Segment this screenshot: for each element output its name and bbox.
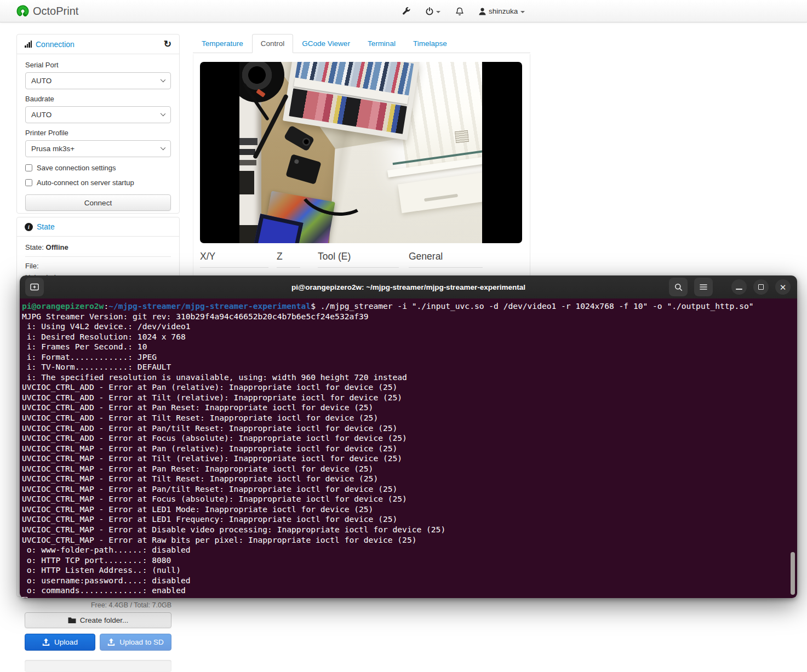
baudrate-label: Baudrate: [25, 95, 171, 103]
tab-timelapse[interactable]: Timelapse: [404, 34, 456, 53]
webcam-vent: [455, 130, 469, 143]
control-section-tool: Tool (E): [318, 251, 399, 268]
minimize-icon: [736, 289, 742, 290]
state-panel-title: State: [37, 222, 55, 231]
upload-to-sd-button[interactable]: Upload to SD: [100, 634, 171, 651]
tab-control[interactable]: Control: [252, 34, 294, 53]
control-section-general: General: [409, 251, 483, 268]
connection-panel-title: Connection: [36, 40, 75, 49]
upload-icon: [107, 638, 115, 646]
minimize-button[interactable]: [731, 279, 747, 295]
refresh-icon[interactable]: ↻: [164, 39, 171, 49]
navbar: OctoPrint: [0, 0, 807, 22]
terminal-titlebar[interactable]: pi@orangepizero2w: ~/mjpg-streamer/mjpg-…: [20, 275, 797, 298]
navbar-actions: shinzuka: [394, 0, 533, 22]
tab-terminal[interactable]: Terminal: [359, 34, 404, 53]
terminal-titlebar-controls: ✕: [669, 278, 791, 296]
printer-profile-label: Printer Profile: [25, 129, 171, 137]
state-label: State:: [25, 243, 44, 251]
terminal-body: pi@orangepizero2w:~/mjpg-streamer/mjpg-s…: [20, 298, 797, 598]
serial-port-label: Serial Port: [25, 61, 171, 69]
user-menu-button[interactable]: shinzuka: [471, 7, 533, 15]
save-settings-label: Save connection settings: [37, 164, 116, 172]
user-name: shinzuka: [489, 7, 518, 15]
terminal-window: pi@orangepizero2w: ~/mjpg-streamer/mjpg-…: [20, 275, 797, 598]
storage-free-total: Free: 4.4GB / Total: 7.0GB: [25, 601, 171, 609]
tab-content-border-right: [530, 54, 530, 277]
folder-icon: [68, 617, 76, 624]
octoprint-logo-icon: [16, 5, 29, 18]
control-section-z: Z: [277, 251, 300, 268]
printer-profile-value: Prusa mk3s+: [31, 145, 75, 153]
chevron-down-icon: [161, 77, 165, 82]
maximize-icon: [758, 284, 764, 290]
autoconnect-checkbox[interactable]: [25, 179, 32, 186]
connection-panel-header[interactable]: Connection ↻: [17, 35, 179, 54]
info-icon: i: [25, 223, 33, 231]
terminal-cursor-line: [22, 596, 797, 598]
connection-panel: Connection ↻ Serial Port AUTO Baudrate A…: [16, 34, 180, 214]
baudrate-value: AUTO: [31, 111, 51, 119]
control-section-xy: X/Y: [200, 251, 268, 268]
main-tabs: Temperature Control GCode Viewer Termina…: [193, 34, 530, 53]
terminal-output: pi@orangepizero2w:~/mjpg-streamer/mjpg-s…: [22, 301, 797, 596]
search-button[interactable]: [669, 278, 688, 296]
state-line: State: Offline: [25, 243, 171, 251]
signal-icon: [25, 41, 32, 48]
close-icon: ✕: [780, 283, 787, 291]
search-icon: [674, 283, 683, 291]
wrench-icon: [402, 7, 410, 15]
hamburger-menu-icon: [700, 284, 707, 290]
brand-title: OctoPrint: [33, 5, 78, 18]
file-line: File:: [25, 262, 171, 270]
menu-button[interactable]: [694, 278, 713, 296]
save-settings-row: Save connection settings: [25, 164, 171, 172]
tab-content-border-left: [193, 54, 193, 277]
user-icon: [479, 8, 486, 15]
chevron-down-icon: [161, 111, 165, 116]
close-button[interactable]: ✕: [775, 279, 791, 295]
save-settings-checkbox[interactable]: [25, 164, 32, 171]
tab-temperature[interactable]: Temperature: [193, 34, 252, 53]
maximize-button[interactable]: [753, 279, 769, 295]
caret-down-icon: [520, 11, 525, 13]
connection-panel-body: Serial Port AUTO Baudrate AUTO Printer P…: [17, 54, 179, 219]
terminal-cursor: [22, 597, 27, 598]
upload-icon: [42, 638, 50, 646]
serial-port-select[interactable]: AUTO: [25, 72, 171, 89]
autoconnect-label: Auto-connect on server startup: [37, 179, 134, 187]
autoconnect-row: Auto-connect on server startup: [25, 179, 171, 187]
connect-button[interactable]: Connect: [25, 194, 171, 211]
upload-button[interactable]: Upload: [25, 634, 95, 651]
new-tab-button[interactable]: [25, 278, 44, 296]
create-folder-button[interactable]: Create folder...: [25, 612, 171, 628]
brand[interactable]: OctoPrint: [16, 0, 78, 22]
tab-gcode-viewer[interactable]: GCode Viewer: [293, 34, 359, 53]
state-value: Offline: [46, 243, 68, 251]
state-panel-header[interactable]: i State: [17, 217, 179, 237]
upload-progress-bar: [25, 660, 171, 672]
octoprint-page: OctoPrint: [0, 0, 807, 672]
system-menu-button[interactable]: [418, 7, 448, 15]
webcam-photo: [239, 62, 482, 243]
caret-down-icon: [436, 11, 440, 13]
serial-port-value: AUTO: [31, 77, 51, 85]
power-icon: [426, 7, 433, 15]
settings-button[interactable]: [394, 7, 418, 15]
webcam-stream: [200, 62, 522, 243]
baudrate-select[interactable]: AUTO: [25, 106, 171, 123]
printer-profile-select[interactable]: Prusa mk3s+: [25, 140, 171, 157]
chevron-down-icon: [161, 145, 165, 150]
notifications-button[interactable]: [448, 7, 471, 16]
bell-icon: [456, 7, 463, 16]
terminal-scrollbar-thumb[interactable]: [791, 552, 795, 595]
